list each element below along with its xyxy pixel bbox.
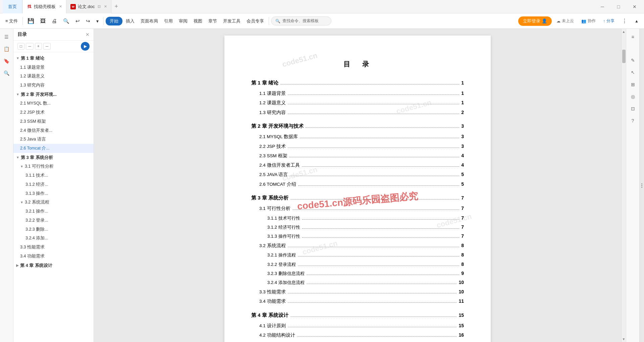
list-item[interactable]: ▼ 第 3 章 系统分析 [13, 153, 94, 162]
right-icon-locate[interactable]: ◎ [628, 91, 638, 102]
sidebar-icon-bookmark[interactable]: 🔖 [1, 56, 12, 66]
toc-ctrl-collapse-all[interactable]: □ [17, 43, 24, 50]
toc-dots [302, 219, 460, 220]
doc-area[interactable]: code51.cn code51.cn code51.cn code51.cn … [94, 29, 621, 342]
ss313-page: 7 [461, 232, 464, 240]
right-icon-help[interactable]: ? [628, 115, 638, 126]
scroll-thumb[interactable] [622, 50, 626, 63]
win-min-btn[interactable]: ─ [596, 0, 609, 13]
doc-tab-close[interactable]: ✕ [104, 4, 107, 9]
list-item[interactable]: 2.5 Java 语言 [13, 135, 94, 144]
toolbar-vip-btn[interactable]: 会员专享 [244, 17, 267, 25]
toolbar-review-btn[interactable]: 审阅 [176, 17, 190, 25]
list-item[interactable]: ▼ 3.2 系统流程 [13, 198, 94, 207]
list-item[interactable]: 3.2.1 操作... [13, 207, 94, 216]
toolbar-start-btn[interactable]: 开始 [106, 17, 122, 25]
sidebar-icon-toc[interactable]: 📋 [1, 44, 12, 54]
ss313-text: 3.1.3 操作可行性 [267, 232, 300, 240]
toolbar-sep-1 [22, 17, 23, 25]
list-item[interactable]: 1.1 课题背景 [13, 63, 94, 72]
toolbar-icon-save[interactable]: 💾 [25, 16, 37, 25]
s23-page: 4 [461, 152, 464, 160]
toc-close-btn[interactable]: ✕ [86, 32, 90, 37]
ss324-text: 3.2.4 添加信息流程 [267, 279, 305, 286]
ch2-page: 3 [461, 122, 464, 130]
toolbar-collapse-btn[interactable]: ▲ [632, 17, 641, 25]
win-max-btn[interactable]: □ [612, 0, 625, 13]
toc-dots [290, 199, 459, 199]
right-icon-filter[interactable]: ≡ [628, 32, 638, 42]
toolbar-insert-btn[interactable]: 插入 [123, 17, 137, 25]
tab-home[interactable]: 首页 [3, 0, 22, 13]
list-item[interactable]: 3.2.3 删除... [13, 225, 94, 234]
ch3-text: 第 3 章 系统分析 [251, 193, 288, 202]
list-item[interactable]: 3.1.2 经济... [13, 180, 94, 189]
tab-add-btn[interactable]: + [111, 3, 122, 10]
list-item[interactable]: ▼ 第 2 章 开发环境... [13, 90, 94, 99]
toc-ctrl-expand-all[interactable]: ─ [26, 43, 34, 50]
toc-controls: □ ─ + ─ ▶ [13, 41, 94, 52]
list-item[interactable]: ▼ 第 1 章 绪论 [13, 54, 94, 63]
cloud-btn[interactable]: ☁ 未上云 [554, 17, 577, 25]
toc-entry-s32: 3.2 系统流程 8 [251, 241, 464, 250]
toolbar-view-btn[interactable]: 视图 [191, 17, 205, 25]
right-icon-pen[interactable]: ✎ [628, 55, 638, 66]
list-item[interactable]: 3.1.3 操作... [13, 189, 94, 198]
tab-doc[interactable]: W 论文.doc ⊡ ✕ [66, 0, 111, 13]
toc-item-label: 1.2 课题意义 [20, 73, 45, 79]
toolbar-search-box[interactable]: 🔍 查找命令、搜索模板 [271, 16, 331, 25]
login-btn[interactable]: 立即登录 👤 [518, 16, 552, 26]
list-item[interactable]: 1.2 课题意义 [13, 72, 94, 81]
ss312-text: 3.1.2 经济可行性 [267, 223, 300, 231]
toolbar-chapter-btn[interactable]: 章节 [206, 17, 220, 25]
template-tab-close[interactable]: ✕ [59, 4, 62, 9]
toolbar-layout-btn[interactable]: 页面布局 [138, 17, 161, 25]
toc-entry-s43: 4.3 数据库设计 18 [251, 341, 464, 342]
list-item[interactable]: 1.3 研究内容 [13, 81, 94, 90]
right-icon-grid[interactable]: ⊞ [628, 79, 638, 90]
toolbar-ref-btn[interactable]: 引用 [161, 17, 175, 25]
collab-btn[interactable]: 👥 协作 [579, 17, 598, 25]
right-icon-box[interactable]: ⊡ [628, 103, 638, 114]
list-item[interactable]: 2.3 SSM 框架 [13, 117, 94, 126]
list-item[interactable]: 3.4 功能需求 [13, 252, 94, 261]
sidebar-icon-nav[interactable]: ☰ [1, 32, 12, 42]
more-options-btn[interactable] [639, 29, 644, 342]
doc-scrollbar: ▲ ▼ [621, 29, 626, 342]
toolbar-more-btn[interactable]: ⋮ [619, 16, 630, 25]
toc-ctrl-add[interactable]: + [35, 43, 42, 50]
tab-template[interactable]: 找 找稳壳模板 ✕ [22, 0, 66, 13]
doc-tab-resize[interactable]: ⊡ [98, 4, 101, 9]
list-item[interactable]: 2.1 MYSQL 数... [13, 99, 94, 108]
more-dot [641, 183, 642, 184]
toolbar-icon-preview[interactable]: 🔍 [60, 17, 72, 25]
share-btn[interactable]: ↑ 分享 [600, 17, 617, 25]
toc-item-label: 3.1.1 技术... [25, 172, 48, 179]
list-item[interactable]: 2.6 Tomcat 介... [13, 144, 94, 153]
toc-ctrl-remove[interactable]: ─ [43, 43, 51, 50]
sidebar-icon-search[interactable]: 🔍 [1, 68, 12, 78]
right-icon-cursor[interactable]: ↖ [628, 67, 638, 78]
toolbar-icon-print[interactable]: 🖨 [49, 17, 60, 25]
titlebar: 首页 找 找稳壳模板 ✕ W 论文.doc ⊡ ✕ + ─ □ ✕ [0, 0, 644, 13]
list-item[interactable]: 2.4 微信开发者... [13, 126, 94, 135]
toolbar-redo[interactable]: ↪ [83, 17, 93, 25]
s12-text: 1.2 课题意义 [259, 99, 286, 107]
list-item[interactable]: 3.1.1 技术... [13, 171, 94, 180]
toolbar-undo[interactable]: ↩ [73, 17, 83, 25]
toolbar-expand[interactable]: ▾ [94, 17, 101, 25]
list-item[interactable]: 3.3 性能需求 [13, 243, 94, 252]
list-item[interactable]: ▶ 第 4 章 系统设计 [13, 261, 94, 270]
scroll-down-btn[interactable]: ▼ [622, 336, 626, 342]
win-close-btn[interactable]: ✕ [628, 0, 641, 13]
toolbar-icon-img[interactable]: 🖼 [38, 17, 48, 25]
list-item[interactable]: 3.2.2 登录... [13, 216, 94, 225]
toc-nav-btn[interactable]: ▶ [81, 42, 90, 51]
scroll-up-btn[interactable]: ▲ [622, 29, 626, 35]
toolbar-devtools-btn[interactable]: 开发工具 [220, 17, 243, 25]
list-item[interactable]: 3.2.4 添加... [13, 234, 94, 243]
menu-btn[interactable]: ≡ 文件 [3, 17, 20, 25]
list-item[interactable]: 2.2 JSP 技术 [13, 108, 94, 117]
share-label: 分享 [606, 18, 614, 24]
list-item[interactable]: ▼ 3.1 可行性分析 [13, 162, 94, 171]
